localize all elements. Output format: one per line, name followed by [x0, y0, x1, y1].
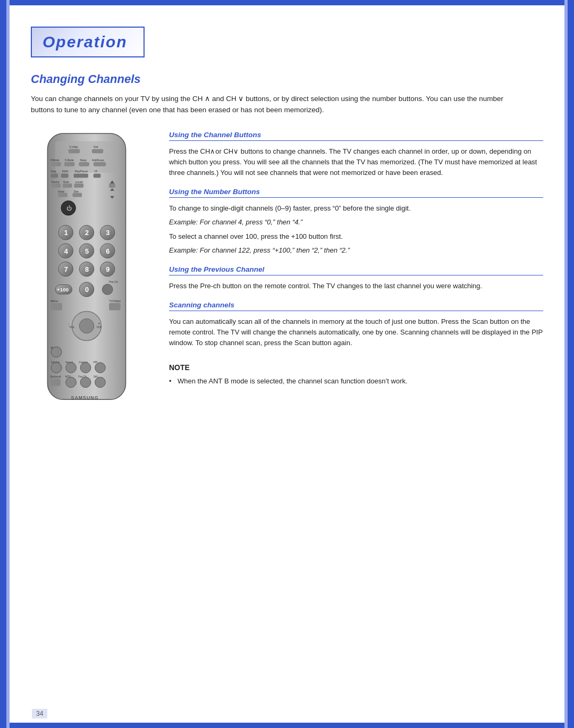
svg-text:PIP: PIP: [94, 361, 98, 363]
svg-text:+100: +100: [57, 287, 69, 292]
svg-rect-5: [92, 149, 104, 153]
svg-rect-19: [61, 173, 69, 178]
svg-rect-29: [109, 183, 115, 188]
note-section: NOTE When the ANT B mode is selected, th…: [169, 363, 543, 387]
svg-point-92: [80, 377, 91, 388]
svg-rect-64: [50, 303, 62, 311]
svg-text:Swap: Swap: [58, 190, 65, 193]
svg-point-85: [95, 362, 106, 373]
svg-rect-11: [64, 162, 75, 166]
svg-rect-25: [51, 183, 61, 188]
svg-rect-90: [50, 379, 61, 386]
page-content: Operation Changing Channels You can chan…: [10, 5, 564, 723]
svg-text:9: 9: [106, 265, 109, 273]
previous-channel-heading: Using the Previous Channel: [169, 265, 543, 275]
svg-point-71: [79, 319, 94, 333]
remote-control-image: V.chip Set P.Mode S.Mode Sleep Add/Erase…: [31, 131, 142, 407]
intro-paragraph: You can change channels on your TV by us…: [31, 94, 509, 116]
svg-text:Size: Size: [73, 190, 79, 193]
svg-text:5: 5: [85, 247, 89, 255]
right-accent-light: [564, 0, 568, 728]
svg-text:Pre-Ch: Pre-Ch: [109, 280, 118, 283]
number-buttons-text-3: To select a channel over 100, press the …: [169, 231, 543, 242]
svg-text:1: 1: [64, 229, 68, 237]
channel-buttons-text: Press the CH∧or CH∨ buttons to change ch…: [169, 146, 543, 178]
scanning-channels-text: You can automatically scan all of the ch…: [169, 316, 543, 348]
svg-text:Scan: Scan: [63, 181, 69, 183]
main-layout: V.chip Set P.Mode S.Mode Sleep Add/Erase…: [31, 131, 543, 409]
svg-text:Still: Still: [94, 375, 98, 378]
svg-text:Stop: Stop: [50, 170, 56, 173]
svg-text:-: -: [69, 322, 70, 325]
changing-channels-title: Changing Channels: [31, 72, 543, 86]
svg-rect-13: [94, 162, 106, 166]
note-item-1: When the ANT B mode is selected, the cha…: [169, 376, 543, 387]
bottom-bar: [0, 723, 574, 728]
svg-text:REW: REW: [62, 170, 69, 173]
svg-text:8: 8: [85, 265, 89, 273]
note-label: NOTE: [169, 363, 543, 372]
svg-rect-10: [50, 162, 61, 166]
svg-text:Locate: Locate: [75, 181, 83, 183]
svg-point-91: [66, 377, 77, 388]
svg-text:2: 2: [85, 229, 89, 237]
svg-text:7: 7: [64, 265, 68, 273]
section-title-operation: Operation: [43, 33, 128, 51]
number-buttons-text-2: Example: For channel 4, press “0,” then …: [169, 217, 543, 228]
number-buttons-text-4: Example: For channel 122, press “+100,” …: [169, 245, 543, 256]
svg-text:0: 0: [85, 286, 89, 294]
svg-rect-12: [79, 162, 89, 166]
svg-point-83: [66, 362, 77, 373]
svg-text:Surround: Surround: [50, 375, 61, 378]
top-bar: [0, 0, 574, 5]
section-header: Operation: [31, 27, 145, 57]
svg-point-82: [51, 362, 62, 373]
svg-text:TV/Video: TV/Video: [109, 299, 121, 303]
svg-text:FF: FF: [95, 170, 98, 173]
svg-rect-65: [109, 303, 121, 311]
number-buttons-text-1: To change to single-digit channels (0–9)…: [169, 203, 543, 214]
svg-text:Set: Set: [94, 145, 98, 148]
scanning-channels-heading: Scanning channels: [169, 301, 543, 311]
svg-text:Sleep: Sleep: [80, 159, 87, 162]
svg-text:VOL: VOL: [97, 326, 102, 329]
svg-rect-1: [55, 141, 118, 172]
svg-text:Source: Source: [51, 181, 60, 183]
svg-text:3: 3: [106, 229, 109, 237]
svg-rect-18: [50, 173, 58, 178]
svg-text:4: 4: [64, 247, 69, 255]
channel-buttons-heading: Using the Channel Buttons: [169, 131, 543, 141]
svg-rect-32: [58, 193, 67, 197]
previous-channel-text: Press the Pre-ch button on the remote co…: [169, 281, 543, 291]
svg-rect-27: [74, 183, 83, 188]
svg-rect-26: [63, 183, 72, 188]
right-accent: [568, 0, 574, 728]
svg-text:Play/Pause: Play/Pause: [74, 170, 88, 173]
svg-point-61: [102, 284, 113, 295]
svg-text:Menu: Menu: [50, 299, 57, 303]
content-column: Using the Channel Buttons Press the CH∧o…: [169, 131, 543, 387]
number-buttons-heading: Using the Number Buttons: [169, 188, 543, 198]
svg-rect-21: [94, 173, 101, 178]
svg-text:V.chip: V.chip: [70, 145, 79, 148]
svg-text:SAMSUNG: SAMSUNG: [71, 395, 99, 400]
page-number: 34: [32, 709, 47, 718]
svg-text:Add/Erase: Add/Erase: [92, 159, 104, 162]
svg-text:VOL: VOL: [70, 326, 75, 329]
svg-point-93: [95, 377, 106, 388]
svg-text:S.Mode: S.Mode: [65, 159, 74, 162]
svg-rect-4: [69, 149, 80, 153]
svg-point-84: [80, 362, 91, 373]
remote-control-column: V.chip Set P.Mode S.Mode Sleep Add/Erase…: [31, 131, 153, 409]
svg-rect-33: [73, 193, 82, 197]
svg-point-77: [51, 347, 62, 357]
left-accent: [0, 0, 6, 728]
svg-text:P.Mode: P.Mode: [50, 159, 60, 162]
svg-text:+: +: [98, 322, 100, 325]
svg-text:6: 6: [106, 247, 109, 255]
svg-text:⏻: ⏻: [66, 205, 72, 211]
svg-rect-20: [73, 173, 88, 178]
